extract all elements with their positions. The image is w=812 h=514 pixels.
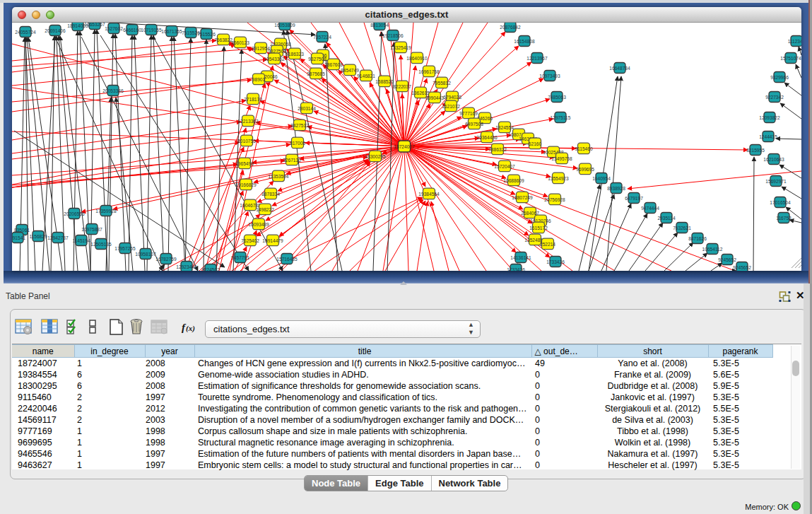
svg-text:9699695: 9699695 [576, 167, 594, 172]
svg-text:1733426: 1733426 [507, 267, 525, 271]
svg-text:7357224: 7357224 [313, 35, 331, 40]
svg-text:18724007: 18724007 [394, 144, 415, 149]
svg-text:20876842: 20876842 [500, 25, 521, 30]
svg-text:9327508: 9327508 [268, 49, 286, 54]
svg-text:7625402: 7625402 [241, 238, 259, 243]
svg-text:98901: 98901 [252, 77, 266, 82]
svg-text:16154808: 16154808 [514, 39, 535, 44]
svg-text:2718170: 2718170 [244, 97, 262, 102]
svg-text:18640910: 18640910 [406, 56, 428, 61]
svg-text:6794028: 6794028 [443, 95, 461, 100]
svg-text:7632621: 7632621 [673, 226, 691, 230]
svg-text:10958107: 10958107 [135, 252, 156, 257]
svg-text:15751074: 15751074 [780, 56, 801, 61]
svg-text:6497508: 6497508 [465, 122, 483, 127]
svg-text:9474444: 9474444 [641, 206, 659, 211]
svg-text:16053809: 16053809 [274, 23, 295, 28]
svg-text:2803144: 2803144 [298, 106, 316, 111]
svg-text:15692971: 15692971 [765, 179, 787, 184]
svg-text:12213363: 12213363 [237, 119, 259, 124]
svg-text:19218506: 19218506 [382, 33, 404, 38]
svg-text:1615172: 1615172 [529, 226, 548, 230]
svg-text:12942737: 12942737 [47, 235, 69, 240]
svg-text:12213967: 12213967 [526, 56, 548, 61]
svg-text:15720407: 15720407 [494, 164, 515, 169]
svg-text:8454749: 8454749 [341, 68, 359, 73]
svg-text:1498222: 1498222 [256, 207, 274, 212]
svg-text:24055724: 24055724 [15, 30, 36, 35]
svg-text:12093822: 12093822 [759, 115, 780, 120]
svg-text:9329966: 9329966 [770, 75, 789, 80]
svg-text:10688609: 10688609 [503, 178, 524, 183]
svg-text:8215955: 8215955 [746, 148, 765, 153]
svg-text:9327508: 9327508 [308, 57, 326, 62]
svg-text:1112345: 1112345 [788, 39, 801, 44]
svg-text:1733426: 1733426 [546, 259, 565, 264]
svg-text:17359928: 17359928 [95, 209, 117, 214]
svg-text:10973493: 10973493 [539, 74, 560, 78]
svg-text:11353594: 11353594 [269, 174, 289, 179]
svg-text:8938928: 8938928 [607, 186, 625, 191]
svg-text:8222037: 8222037 [393, 84, 411, 89]
svg-text:7515526: 7515526 [197, 32, 216, 37]
svg-text:16210643: 16210643 [763, 157, 784, 162]
svg-text:8990443: 8990443 [425, 95, 444, 100]
svg-text:9224502: 9224502 [201, 267, 220, 271]
svg-text:1156829: 1156829 [29, 234, 47, 239]
svg-text:17016504: 17016504 [770, 200, 791, 205]
svg-text:20364436: 20364436 [476, 135, 498, 140]
svg-text:13325419: 13325419 [390, 45, 411, 50]
svg-text:1640954: 1640954 [592, 176, 611, 181]
svg-text:9227342: 9227342 [765, 95, 784, 100]
svg-text:2684067: 2684067 [521, 211, 539, 216]
svg-text:19166829: 19166829 [235, 182, 257, 187]
svg-text:6479197: 6479197 [625, 196, 643, 201]
svg-text:1145194: 1145194 [72, 238, 90, 243]
svg-text:1824554: 1824554 [495, 125, 514, 130]
svg-text:116753: 116753 [776, 216, 792, 221]
svg-text:9245652: 9245652 [733, 265, 751, 270]
svg-text:1527602: 1527602 [105, 26, 123, 31]
svg-text:9115460: 9115460 [575, 146, 593, 151]
svg-text:12923446: 12923446 [176, 264, 197, 269]
svg-text:2867608: 2867608 [324, 62, 343, 67]
svg-text:9875685: 9875685 [307, 71, 325, 76]
svg-text:13554923: 13554923 [548, 176, 569, 181]
svg-text:7955812: 7955812 [433, 81, 451, 86]
svg-text:1362615: 1362615 [411, 90, 430, 95]
svg-text:20206556: 20206556 [64, 211, 85, 216]
svg-text:817006: 817006 [290, 141, 305, 146]
svg-text:835061: 835061 [14, 228, 30, 233]
svg-text:1621072: 1621072 [442, 104, 460, 109]
svg-text:1244415: 1244415 [759, 134, 777, 139]
svg-text:9146821: 9146821 [357, 74, 375, 78]
svg-text:9245652: 9245652 [718, 257, 736, 262]
svg-text:17957255: 17957255 [114, 246, 136, 251]
svg-text:8660123: 8660123 [231, 40, 249, 45]
svg-text:14136141: 14136141 [510, 255, 531, 260]
svg-text:9457791: 9457791 [231, 255, 249, 260]
svg-text:1010755: 1010755 [237, 139, 256, 144]
svg-text:8813054: 8813054 [370, 23, 389, 28]
svg-text:252214: 252214 [540, 242, 555, 247]
svg-text:9777169: 9777169 [459, 111, 478, 116]
svg-text:10719155: 10719155 [141, 28, 162, 33]
svg-text:20756928: 20756928 [544, 197, 565, 202]
svg-text:13495758: 13495758 [551, 156, 572, 161]
svg-text:16961758: 16961758 [418, 69, 440, 74]
svg-text:10654112: 10654112 [702, 247, 723, 252]
svg-text:19384554: 19384554 [418, 192, 440, 197]
svg-text:18807249: 18807249 [512, 195, 533, 200]
svg-text:16914479: 16914479 [262, 238, 283, 243]
svg-text:62160: 62160 [529, 141, 542, 146]
svg-text:8427512: 8427512 [290, 123, 309, 128]
svg-text:16093489: 16093489 [248, 222, 269, 227]
svg-text:(x): (x) [186, 324, 195, 333]
svg-text:12975115: 12975115 [551, 115, 571, 120]
svg-text:16671355: 16671355 [161, 29, 182, 34]
svg-text:15716485: 15716485 [276, 257, 298, 262]
svg-text:6466160: 6466160 [123, 28, 141, 33]
svg-text:10653267: 10653267 [84, 23, 105, 27]
svg-text:18300295: 18300295 [365, 154, 386, 159]
svg-text:12505135: 12505135 [90, 242, 112, 247]
